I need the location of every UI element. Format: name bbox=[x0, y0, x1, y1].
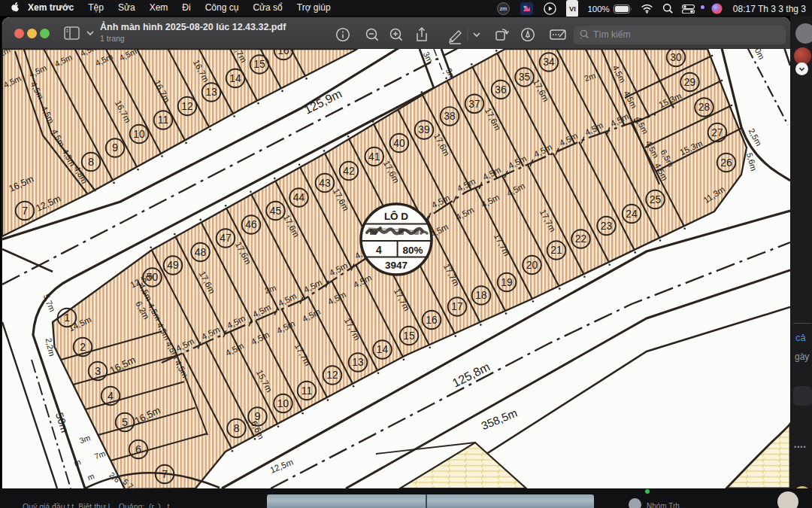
svg-text:4: 4 bbox=[108, 390, 114, 402]
svg-text:zm: zm bbox=[500, 6, 508, 11]
svg-text:80%: 80% bbox=[402, 245, 423, 256]
svg-text:25: 25 bbox=[650, 194, 662, 205]
svg-text:12: 12 bbox=[181, 101, 192, 112]
svg-text:LÔ D: LÔ D bbox=[384, 211, 408, 222]
svg-text:22: 22 bbox=[575, 233, 586, 245]
svg-text:36: 36 bbox=[495, 84, 507, 96]
svg-text:44: 44 bbox=[293, 192, 305, 203]
svg-text:11: 11 bbox=[301, 385, 312, 397]
svg-text:29: 29 bbox=[684, 77, 696, 88]
svg-text:38: 38 bbox=[444, 111, 456, 122]
svg-text:15: 15 bbox=[253, 59, 265, 70]
svg-text:13: 13 bbox=[352, 357, 364, 368]
svg-text:48: 48 bbox=[195, 247, 207, 258]
svg-text:16: 16 bbox=[277, 49, 289, 56]
svg-text:28: 28 bbox=[698, 102, 710, 113]
svg-text:42: 42 bbox=[343, 166, 354, 177]
svg-text:34: 34 bbox=[543, 56, 555, 68]
svg-text:39: 39 bbox=[418, 124, 430, 135]
svg-text:47: 47 bbox=[220, 233, 231, 244]
svg-text:1: 1 bbox=[64, 312, 70, 324]
svg-text:18: 18 bbox=[475, 290, 487, 301]
svg-text:24: 24 bbox=[626, 208, 638, 220]
svg-text:41: 41 bbox=[368, 151, 380, 163]
svg-text:27: 27 bbox=[711, 127, 723, 138]
svg-text:6: 6 bbox=[135, 443, 141, 455]
svg-text:26: 26 bbox=[720, 157, 732, 169]
svg-text:10: 10 bbox=[133, 129, 145, 140]
svg-text:45: 45 bbox=[270, 205, 282, 217]
svg-text:8: 8 bbox=[88, 156, 94, 168]
svg-text:8: 8 bbox=[233, 422, 239, 434]
svg-text:7: 7 bbox=[22, 205, 28, 217]
svg-text:4: 4 bbox=[376, 244, 382, 256]
svg-text:21: 21 bbox=[550, 245, 562, 256]
svg-text:11: 11 bbox=[158, 114, 168, 126]
svg-text:49: 49 bbox=[167, 260, 179, 271]
svg-text:15: 15 bbox=[403, 330, 415, 342]
svg-text:20: 20 bbox=[526, 260, 538, 271]
svg-text:30: 30 bbox=[670, 52, 682, 63]
svg-text:10: 10 bbox=[277, 398, 289, 409]
svg-text:12: 12 bbox=[326, 370, 338, 381]
svg-text:9: 9 bbox=[112, 141, 118, 154]
svg-text:43: 43 bbox=[319, 178, 331, 189]
svg-text:3947: 3947 bbox=[385, 260, 408, 271]
svg-text:16: 16 bbox=[426, 315, 438, 326]
svg-text:46: 46 bbox=[245, 219, 257, 230]
svg-text:3: 3 bbox=[95, 365, 101, 377]
svg-text:5: 5 bbox=[122, 416, 128, 428]
svg-text:23: 23 bbox=[601, 221, 613, 232]
svg-text:40: 40 bbox=[393, 138, 405, 149]
svg-text:2: 2 bbox=[80, 341, 86, 353]
svg-text:19: 19 bbox=[501, 277, 513, 288]
svg-text:17: 17 bbox=[451, 301, 462, 312]
svg-text:35: 35 bbox=[519, 71, 531, 83]
svg-text:14: 14 bbox=[377, 344, 389, 355]
svg-text:13: 13 bbox=[205, 87, 217, 98]
svg-text:37: 37 bbox=[468, 99, 480, 110]
svg-text:14: 14 bbox=[229, 73, 241, 84]
